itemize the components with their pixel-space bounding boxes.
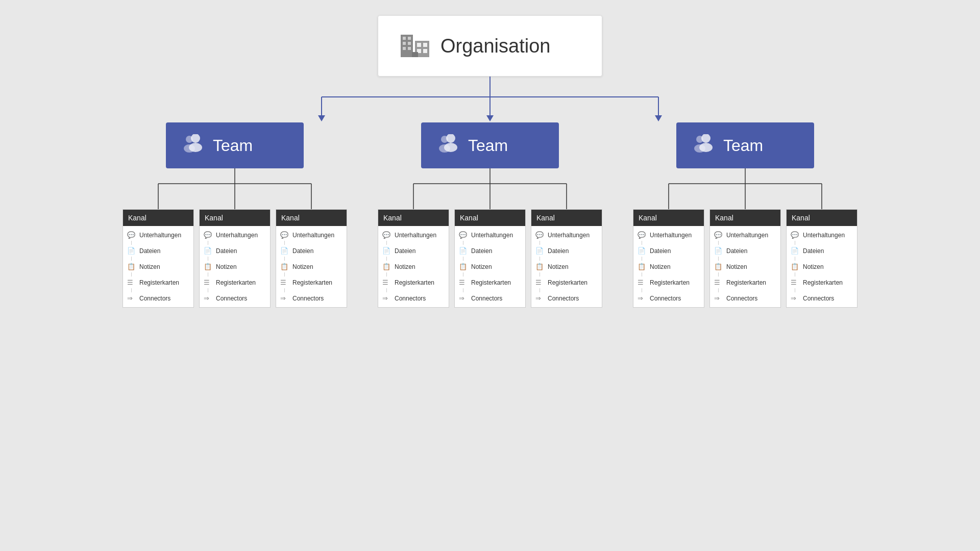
team-section-2: Team Kanal 💬Unterhaltungen 📄Da: [362, 122, 618, 308]
team-title-1: Team: [213, 136, 253, 155]
team-section-3: Team Kanal 💬Unterhaltungen 📄Da: [618, 122, 873, 308]
team-section-1: Team Kanal 💬: [107, 122, 362, 308]
ci: ⇒: [638, 294, 647, 302]
channel-header-1-3: Kanal: [276, 210, 347, 226]
ci: 💬: [791, 231, 800, 239]
notes-icon: 📋: [127, 263, 136, 270]
ci: 📋: [714, 263, 723, 270]
team3-channels: Kanal 💬Unterhaltungen 📄Dateien 📋Notizen …: [633, 209, 857, 308]
ci: ⇒: [382, 294, 391, 302]
channel-box-3-3: Kanal 💬Unterhaltungen 📄Dateien 📋Notizen …: [786, 209, 857, 308]
channel-box-2-3: Kanal 💬Unterhaltungen 📄Dateien 📋Notizen …: [531, 209, 602, 308]
channel-item-conn: ⇒ Connectors: [127, 292, 189, 304]
svg-point-22: [191, 134, 200, 143]
svg-point-40: [701, 134, 710, 143]
svg-rect-7: [408, 47, 411, 50]
svg-marker-20: [655, 115, 662, 121]
svg-marker-16: [318, 115, 325, 121]
file-icon: 📄: [127, 247, 136, 255]
ci: ☰: [714, 279, 723, 286]
ci: 📋: [382, 263, 391, 270]
file-icon-2: 📄: [204, 247, 213, 255]
svg-point-24: [189, 143, 202, 152]
channel-item-tabs: ☰ Registerkarten: [127, 277, 189, 288]
channel-box-3-1: Kanal 💬Unterhaltungen 📄Dateien 📋Notizen …: [633, 209, 704, 308]
chat-icon: 💬: [127, 231, 136, 239]
conn-icon-3: ⇒: [280, 294, 289, 302]
svg-point-31: [446, 134, 455, 143]
org-icon: [399, 27, 431, 65]
team2-channels-connector: [375, 168, 605, 209]
ci: ☰: [459, 279, 468, 286]
svg-rect-2: [403, 37, 406, 40]
svg-rect-12: [412, 52, 418, 57]
channel-box-1-1: Kanal 💬 Unterhaltungen 📄 Dateien: [122, 209, 194, 308]
notes-icon-3: 📋: [280, 263, 289, 270]
teams-container: Team Kanal 💬: [82, 122, 898, 308]
org-title: Organisation: [440, 35, 550, 57]
svg-rect-8: [417, 43, 421, 47]
file-icon-3: 📄: [280, 247, 289, 255]
svg-point-42: [699, 143, 713, 152]
ci: 📋: [791, 263, 800, 270]
channel-item-chat: 💬 Unterhaltungen: [127, 229, 189, 241]
chat-icon-2: 💬: [204, 231, 213, 239]
svg-marker-18: [486, 115, 494, 121]
team-box-1: Team: [166, 122, 304, 168]
svg-rect-4: [403, 42, 406, 45]
channel-box-1-2: Kanal 💬Unterhaltungen 📄Dateien 📋Notizen …: [199, 209, 271, 308]
ci: 💬: [714, 231, 723, 239]
chat-icon-3: 💬: [280, 231, 289, 239]
team2-channels: Kanal 💬Unterhaltungen 📄Dateien 📋Notizen …: [378, 209, 602, 308]
ci: 📄: [638, 247, 647, 255]
ci: ☰: [791, 279, 800, 286]
tabs-icon-3: ☰: [280, 279, 289, 286]
svg-rect-0: [401, 35, 413, 57]
ci: 💬: [382, 231, 391, 239]
ci: 📋: [459, 263, 468, 270]
organisation-box: Organisation: [378, 15, 602, 77]
svg-rect-6: [403, 47, 406, 50]
team-box-3: Team: [676, 122, 814, 168]
svg-point-33: [444, 143, 457, 152]
svg-rect-11: [423, 49, 427, 53]
channel-box-2-1: Kanal 💬Unterhaltungen 📄Dateien 📋Notizen …: [378, 209, 449, 308]
svg-rect-5: [408, 42, 411, 45]
ci: 📄: [459, 247, 468, 255]
team1-channels: Kanal 💬 Unterhaltungen 📄 Dateien: [122, 209, 347, 308]
ci: ☰: [638, 279, 647, 286]
ci: 📄: [791, 247, 800, 255]
org-to-teams-connector: [235, 77, 745, 122]
channel-box-3-2: Kanal 💬Unterhaltungen 📄Dateien 📋Notizen …: [709, 209, 781, 308]
notes-icon-2: 📋: [204, 263, 213, 270]
ci: ☰: [535, 279, 545, 286]
team-box-2: Team: [421, 122, 559, 168]
ci: 💬: [638, 231, 647, 239]
ci: ⇒: [535, 294, 545, 302]
channel-item-file: 📄 Dateien: [127, 245, 189, 257]
channel-header-1-2: Kanal: [200, 210, 270, 226]
ci: ⇒: [459, 294, 468, 302]
diagram: Organisation: [0, 15, 980, 308]
ci: 📄: [382, 247, 391, 255]
conn-icon: ⇒: [127, 294, 136, 302]
ci: 📄: [535, 247, 545, 255]
tabs-icon-2: ☰: [204, 279, 213, 286]
team1-channels-connector: [120, 168, 350, 209]
svg-rect-3: [408, 37, 411, 40]
ci: 📋: [638, 263, 647, 270]
ci: ⇒: [791, 294, 800, 302]
ci: 💬: [459, 231, 468, 239]
channel-box-1-3: Kanal 💬Unterhaltungen 📄Dateien 📋Notizen …: [276, 209, 347, 308]
team-title-3: Team: [723, 136, 763, 155]
team-icon-3: [692, 134, 716, 157]
channel-header-1-1: Kanal: [123, 210, 193, 226]
tabs-icon: ☰: [127, 279, 136, 286]
ci: 📋: [535, 263, 545, 270]
ci: ☰: [382, 279, 391, 286]
team-title-2: Team: [468, 136, 508, 155]
team-icon-2: [436, 134, 461, 157]
team3-channels-connector: [630, 168, 860, 209]
channel-item-notes: 📋 Notizen: [127, 261, 189, 272]
channel-box-2-2: Kanal 💬Unterhaltungen 📄Dateien 📋Notizen …: [454, 209, 526, 308]
